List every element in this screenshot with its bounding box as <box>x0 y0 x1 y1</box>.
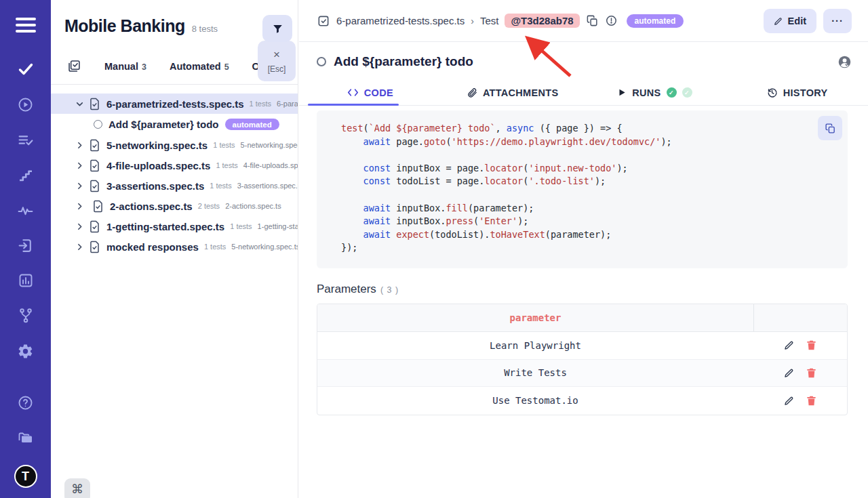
chevron-right-icon[interactable] <box>75 243 84 251</box>
chevron-right-icon[interactable] <box>75 202 87 211</box>
breadcrumb-spec-link[interactable]: 6-parametrized-tests.spec.ts <box>336 15 465 26</box>
code-icon <box>347 87 359 98</box>
spec-name: 6-parametrized-tests.spec.ts <box>106 98 244 110</box>
run-status-pass-light-icon: ✓ <box>682 87 692 98</box>
spec-file-path: 4-file-uploads.spe <box>243 161 298 169</box>
spec-test-count: 1 tests <box>216 161 237 169</box>
copy-code-button[interactable] <box>818 116 842 140</box>
chevron-down-icon[interactable] <box>75 100 84 108</box>
code-line: await page.goto('https://demo.playwright… <box>341 136 848 149</box>
import-icon[interactable] <box>0 228 51 263</box>
help-icon[interactable] <box>0 385 51 420</box>
code-line: await expect(todoList).toHaveText(parame… <box>341 228 848 242</box>
close-icon[interactable]: × <box>273 49 280 60</box>
spec-test-count: 1 tests <box>213 141 235 149</box>
test-status-circle-icon <box>94 120 102 129</box>
code-line: await inputBox.press('Enter'); <box>341 215 848 228</box>
spec-file-path: 3-assertions.spec.ts <box>237 182 298 190</box>
chevron-right-icon[interactable] <box>75 222 84 231</box>
tab-manual[interactable]: Manual 3 <box>104 61 146 72</box>
parameters-title: Parameters <box>317 283 376 296</box>
spec-name: 2-actions.spec.ts <box>110 201 193 212</box>
spec-test-count: 1 tests <box>230 222 252 230</box>
tree-row-test[interactable]: Add ${parameter} todoautomated <box>51 114 298 135</box>
tests-check-icon[interactable] <box>0 51 51 87</box>
spec-test-count: 1 tests <box>204 243 226 251</box>
hamburger-menu-icon[interactable] <box>14 15 37 35</box>
test-id-badge[interactable]: @T3d28ab78 <box>505 14 579 28</box>
reports-chart-icon[interactable] <box>0 263 51 298</box>
steps-icon[interactable] <box>0 157 51 192</box>
chevron-right-icon[interactable] <box>75 161 84 170</box>
spec-file-icon <box>89 139 100 152</box>
code-line: }); <box>341 241 848 255</box>
tree-row-spec[interactable]: 5-networking.spec.ts1 tests5-networking.… <box>51 135 298 155</box>
tab-code[interactable]: CODE <box>299 80 441 105</box>
test-checkbox-icon <box>317 14 330 28</box>
test-title-row: Add ${parameter} todo <box>299 42 868 69</box>
tab-runs[interactable]: RUNS ✓ ✓ <box>584 80 726 105</box>
filter-funnel-icon <box>271 22 284 35</box>
checklist-icon[interactable] <box>67 59 81 73</box>
parameter-value: Use Testomat.io <box>317 395 753 406</box>
code-line: const inputBox = page.locator('input.new… <box>341 162 848 175</box>
parameters-count: ( 3 ) <box>380 285 399 295</box>
analytics-pulse-icon[interactable] <box>0 192 51 228</box>
tree-row-spec[interactable]: 4-file-uploads.spec.ts1 tests4-file-uplo… <box>51 155 298 175</box>
delete-parameter-icon[interactable] <box>806 367 816 379</box>
code-line: const todoList = page.locator('.todo-lis… <box>341 175 848 188</box>
breadcrumb: 6-parametrized-tests.spec.ts › Test @T3d… <box>299 0 868 42</box>
tab-attachments[interactable]: ATTACHMENTS <box>441 80 584 105</box>
delete-parameter-icon[interactable] <box>806 395 816 407</box>
tree-row-spec[interactable]: 3-assertions.spec.ts1 tests3-assertions.… <box>51 175 298 196</box>
tree-row-spec[interactable]: 6-parametrized-tests.spec.ts1 tests6-par… <box>51 94 298 114</box>
command-shortcut-badge[interactable]: ⌘ <box>64 478 90 498</box>
chevron-right-icon[interactable] <box>75 141 84 150</box>
code-lines: test(`Add ${parameter} todo`, async ({ p… <box>341 122 848 255</box>
edit-parameter-icon[interactable] <box>784 339 795 351</box>
chevron-right-icon[interactable] <box>75 182 84 190</box>
breadcrumb-separator: › <box>471 16 474 26</box>
spec-test-count: 1 tests <box>210 182 231 190</box>
project-title: Mobile Banking <box>64 16 185 36</box>
spec-name: 3-assertions.spec.ts <box>106 180 204 192</box>
code-line: await inputBox.fill(parameter); <box>341 202 848 215</box>
tree-row-spec[interactable]: 2-actions.spec.ts2 tests2-actions.spec.t… <box>51 196 298 216</box>
settings-gear-icon[interactable] <box>0 333 51 369</box>
runs-play-icon[interactable] <box>0 87 51 122</box>
delete-parameter-icon[interactable] <box>806 339 816 351</box>
branches-icon[interactable] <box>0 298 51 333</box>
parameter-value: Learn Playwright <box>317 340 753 351</box>
tab-automated[interactable]: Automated 5 <box>170 61 229 72</box>
tab-history[interactable]: HISTORY <box>726 80 868 105</box>
filter-button[interactable] <box>262 15 292 42</box>
copy-id-icon[interactable] <box>586 14 599 27</box>
history-clock-icon <box>766 87 778 98</box>
testomat-logo[interactable]: T <box>14 465 37 488</box>
spec-name: 4-file-uploads.spec.ts <box>106 160 210 171</box>
user-avatar-icon[interactable] <box>837 55 852 69</box>
sync-status-icon[interactable] <box>605 14 618 27</box>
more-actions-button[interactable]: ··· <box>823 9 852 33</box>
spec-file-path: 5-networking.spec. <box>241 141 298 149</box>
nav-rail: T <box>0 0 51 498</box>
projects-folders-icon[interactable] <box>0 420 51 455</box>
copy-icon <box>825 123 836 134</box>
edit-button[interactable]: Edit <box>764 9 816 33</box>
parameter-value: Write Tests <box>317 367 753 378</box>
run-status-pass-icon: ✓ <box>667 87 677 98</box>
code-line: test(`Add ${parameter} todo`, async ({ p… <box>341 122 848 136</box>
tree-row-spec[interactable]: mocked responses1 tests5-networking.spec… <box>51 236 298 257</box>
page-title: Add ${parameter} todo <box>334 54 473 69</box>
breadcrumb-test-label: Test <box>480 15 499 26</box>
parameters-header: Parameters ( 3 ) <box>317 283 868 296</box>
tree-row-spec[interactable]: 1-getting-started.spec.ts1 tests1-gettin… <box>51 216 298 236</box>
edit-parameter-icon[interactable] <box>784 367 795 379</box>
plans-list-check-icon[interactable] <box>0 122 51 157</box>
row-actions <box>753 395 847 407</box>
code-line <box>341 148 848 162</box>
detail-tabs: CODE ATTACHMENTS RUNS ✓ ✓ HISTORY <box>299 80 868 106</box>
spec-name: 5-networking.spec.ts <box>106 140 208 151</box>
edit-parameter-icon[interactable] <box>784 395 795 407</box>
parameters-table: parameter Learn PlaywrightWrite TestsUse… <box>317 304 848 415</box>
